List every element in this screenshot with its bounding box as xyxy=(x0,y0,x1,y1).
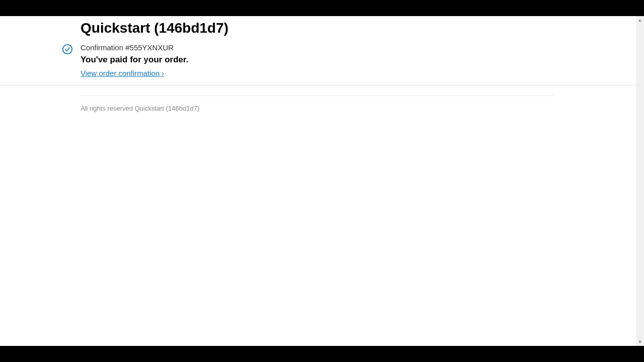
scroll-down-arrow-icon[interactable]: ▼ xyxy=(636,338,644,346)
paid-message: You've paid for your order. xyxy=(80,55,564,65)
inner-divider xyxy=(80,96,553,96)
bottom-black-bar xyxy=(0,346,644,362)
checkmark-circle-icon xyxy=(62,44,73,55)
vertical-scrollbar[interactable]: ▲ ▼ xyxy=(636,16,644,346)
view-order-confirmation-link[interactable]: View order confirmation › xyxy=(80,69,164,77)
top-black-bar xyxy=(0,0,644,16)
confirmation-block: Confirmation #555YXNXUR You've paid for … xyxy=(80,43,564,78)
scroll-up-arrow-icon[interactable]: ▲ xyxy=(636,16,644,24)
main-content: Quickstart (146bd1d7) Confirmation #555Y… xyxy=(0,16,644,78)
full-width-divider xyxy=(0,85,644,85)
svg-point-0 xyxy=(63,45,72,54)
page-title: Quickstart (146bd1d7) xyxy=(80,20,564,36)
confirmation-number: Confirmation #555YXNXUR xyxy=(80,43,564,52)
footer-rights: All rights reserved Quickstart (146bd1d7… xyxy=(80,105,199,112)
